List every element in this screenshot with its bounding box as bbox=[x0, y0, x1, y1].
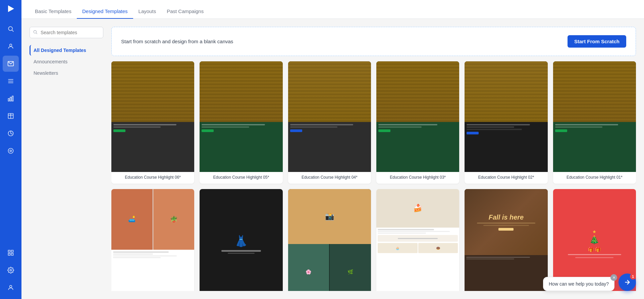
content-container: All Designed Templates Announcements New… bbox=[21, 19, 644, 299]
svg-point-22 bbox=[10, 285, 12, 288]
nav-avatar-btn[interactable] bbox=[3, 280, 19, 296]
search-input[interactable] bbox=[30, 27, 103, 38]
tab-past-campaigns[interactable]: Past Campaigns bbox=[161, 8, 209, 19]
sidebar-nav-announcements[interactable]: Announcements bbox=[30, 56, 103, 67]
svg-rect-10 bbox=[12, 96, 13, 101]
templates-area: Start from scratch and design from a bla… bbox=[111, 27, 636, 291]
svg-line-24 bbox=[36, 33, 37, 34]
chat-bubble: How can we help you today? bbox=[543, 277, 614, 291]
template-card-bakery[interactable]: 🍰 🧁 🍩 bbox=[376, 189, 459, 291]
nav-search-btn[interactable] bbox=[3, 21, 19, 37]
chat-bubble-wrapper: ✕ How can we help you today? bbox=[543, 277, 614, 291]
template-label-edu04: Education Course Highlight 04* bbox=[288, 172, 371, 184]
start-from-scratch-button[interactable]: Start From Scratch bbox=[568, 35, 626, 48]
template-card-high-fashion[interactable]: 👗 High Fashion (Refined)* bbox=[200, 189, 282, 291]
nav-chart-btn[interactable] bbox=[3, 91, 19, 107]
nav-mail-btn[interactable] bbox=[3, 56, 19, 72]
sidebar-nav-newsletters[interactable]: Newsletters bbox=[30, 68, 103, 78]
sidebar-nav-all[interactable]: All Designed Templates bbox=[30, 45, 103, 56]
template-label-edu06: Education Course Highlight 06* bbox=[111, 172, 194, 184]
template-card-edu02[interactable]: Education Course Highlight 02* bbox=[465, 61, 547, 184]
template-label-edu05: Education Course Highlight 05* bbox=[200, 172, 282, 184]
nav-user-btn[interactable] bbox=[3, 38, 19, 54]
template-card-edu05[interactable]: Education Course Highlight 05* bbox=[200, 61, 282, 184]
nav-table-btn[interactable] bbox=[3, 108, 19, 124]
sidebar-nav: All Designed Templates Announcements New… bbox=[30, 45, 103, 78]
chat-close-button[interactable]: ✕ bbox=[610, 274, 617, 281]
template-grid-row1: Education Course Highlight 06* bbox=[111, 61, 636, 184]
nav-list-btn[interactable] bbox=[3, 73, 19, 89]
svg-rect-19 bbox=[8, 253, 10, 255]
svg-point-16 bbox=[10, 150, 12, 152]
svg-point-1 bbox=[8, 26, 12, 31]
scratch-banner: Start from scratch and design from a bla… bbox=[111, 27, 636, 56]
template-label-edu02: Education Course Highlight 02* bbox=[465, 172, 547, 184]
tab-basic-templates[interactable]: Basic Templates bbox=[30, 8, 77, 19]
chat-widget: ✕ How can we help you today? 1 bbox=[543, 274, 636, 291]
main-area: Basic Templates Designed Templates Layou… bbox=[21, 0, 644, 299]
nav-logo[interactable] bbox=[5, 3, 17, 15]
tab-designed-templates[interactable]: Designed Templates bbox=[77, 8, 133, 19]
template-card-portfolio[interactable]: 📸 🌸 🌿 Portfolio (Refined)* bbox=[288, 189, 371, 291]
search-icon bbox=[33, 30, 38, 36]
template-label-edu01: Education Course Highlight 01* bbox=[553, 172, 636, 184]
svg-point-21 bbox=[10, 270, 12, 271]
svg-marker-0 bbox=[8, 5, 14, 12]
search-wrapper bbox=[30, 27, 103, 38]
svg-rect-8 bbox=[8, 99, 9, 101]
template-card-edu04[interactable]: Education Course Highlight 04* bbox=[288, 61, 371, 184]
template-card-edu03[interactable]: Education Course Highlight 03* bbox=[376, 61, 459, 184]
svg-line-2 bbox=[12, 30, 14, 32]
chat-open-button[interactable]: 1 bbox=[619, 274, 636, 291]
sidebar: All Designed Templates Announcements New… bbox=[30, 27, 103, 291]
nav-settings-btn[interactable] bbox=[3, 262, 19, 278]
nav-grid-btn[interactable] bbox=[3, 245, 19, 261]
nav-help-btn[interactable] bbox=[3, 143, 19, 159]
tabs-bar: Basic Templates Designed Templates Layou… bbox=[21, 0, 644, 19]
svg-point-23 bbox=[34, 31, 36, 33]
tab-layouts[interactable]: Layouts bbox=[133, 8, 162, 19]
template-card-home-decor[interactable]: 🛋️ 🪴 Home Decor (Refined)* bbox=[111, 189, 194, 291]
nav-bar bbox=[0, 0, 21, 299]
nav-pie-btn[interactable] bbox=[3, 125, 19, 141]
svg-rect-20 bbox=[11, 253, 13, 255]
template-card-edu06[interactable]: Education Course Highlight 06* bbox=[111, 61, 194, 184]
svg-point-3 bbox=[10, 44, 12, 46]
scratch-banner-text: Start from scratch and design from a bla… bbox=[121, 39, 233, 44]
template-card-edu01[interactable]: Education Course Highlight 01* bbox=[553, 61, 636, 184]
template-card-fall[interactable]: Fall is here Fall Is Here* bbox=[465, 189, 547, 291]
svg-point-15 bbox=[8, 148, 13, 154]
svg-rect-9 bbox=[10, 97, 11, 101]
chat-badge: 1 bbox=[630, 274, 636, 280]
svg-rect-17 bbox=[8, 250, 10, 252]
template-label-edu03: Education Course Highlight 03* bbox=[376, 172, 459, 184]
svg-rect-18 bbox=[11, 250, 13, 252]
